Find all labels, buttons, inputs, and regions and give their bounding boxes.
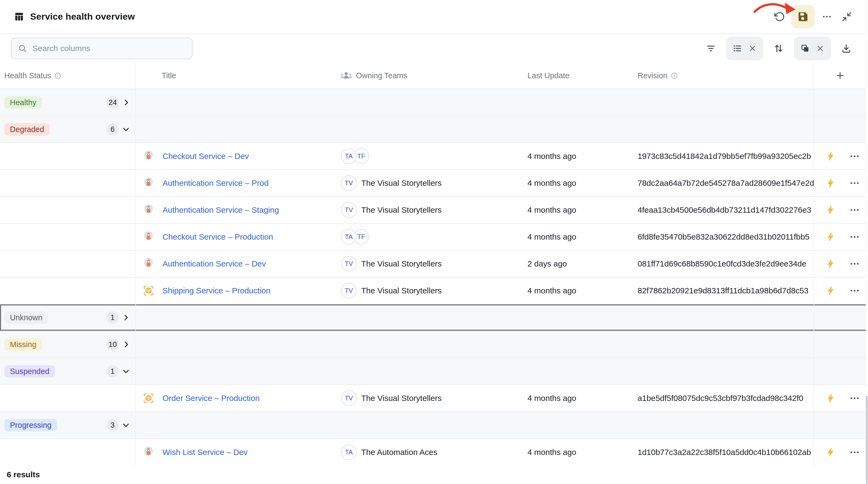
- octopus-mascot-icon: [142, 257, 155, 270]
- download-button[interactable]: [841, 43, 851, 54]
- team-name: The Visual Storytellers: [361, 205, 442, 215]
- service-row[interactable]: Shipping Service – Production TV The Vis…: [0, 278, 868, 304]
- lightning-bolt-icon[interactable]: [826, 232, 836, 242]
- row-menu-button[interactable]: [849, 204, 861, 216]
- lightning-bolt-icon[interactable]: [826, 393, 836, 403]
- info-icon[interactable]: [671, 72, 678, 79]
- lightning-bolt-icon[interactable]: [826, 151, 836, 161]
- minimize-icon: [841, 11, 852, 22]
- chevron-icon[interactable]: [122, 367, 130, 375]
- clear-view-mode-button[interactable]: [748, 44, 757, 53]
- service-row[interactable]: Checkout Service – Production TATF 4 mon…: [0, 224, 868, 251]
- team-name: The Automation Aces: [361, 448, 437, 457]
- lightning-bolt-icon[interactable]: [826, 286, 836, 296]
- row-menu-button[interactable]: [849, 258, 861, 270]
- column-header-title[interactable]: Title: [162, 71, 176, 80]
- arrows-up-down-icon: [773, 43, 784, 54]
- cube-scan-icon: [142, 284, 155, 297]
- service-row[interactable]: Wish List Service – Dev TA The Automatio…: [0, 439, 868, 466]
- filter-button[interactable]: [706, 43, 716, 54]
- row-menu-button[interactable]: [849, 231, 861, 243]
- service-link[interactable]: Checkout Service – Dev: [162, 152, 249, 161]
- group-row-degraded[interactable]: Degraded 6: [0, 116, 868, 143]
- more-options-button[interactable]: [819, 9, 835, 25]
- revision-hash: 1973c83c5d41842a1d79bb5ef7fb99a93205ec2b: [632, 143, 814, 169]
- chevron-icon[interactable]: [122, 314, 130, 321]
- status-badge: Degraded: [4, 123, 50, 136]
- search-input[interactable]: [32, 44, 186, 53]
- last-update: 4 months ago: [522, 385, 632, 411]
- last-update: 4 months ago: [522, 197, 632, 223]
- magnifier-icon: [18, 44, 27, 53]
- revision-hash: 82f7862b20921e9d8313ff11dcb1a98b6d7d8c53: [632, 278, 814, 304]
- group-row-unknown[interactable]: Unknown 1: [0, 304, 868, 331]
- service-link[interactable]: Wish List Service – Dev: [162, 448, 248, 457]
- search-box[interactable]: [11, 38, 192, 59]
- scrollbar-thumb[interactable]: [866, 396, 868, 484]
- service-row[interactable]: Checkout Service – Dev TATF 4 months ago…: [0, 143, 868, 170]
- column-header-revision[interactable]: Revision: [638, 71, 668, 80]
- table-header: Health Status Title Owning Teams Last Up…: [0, 62, 868, 89]
- status-badge: Missing: [4, 338, 42, 351]
- clear-group-by-button[interactable]: [816, 44, 825, 53]
- service-row[interactable]: Order Service – Production TV The Visual…: [0, 385, 868, 412]
- undo-button[interactable]: [771, 9, 787, 25]
- save-button[interactable]: [791, 5, 815, 29]
- revision-hash: 1d10b77c3a2a22c38f5f10a5dd0c4b10b66102ab: [632, 439, 814, 466]
- team-avatars: TV: [341, 202, 356, 218]
- chevron-icon[interactable]: [122, 98, 130, 107]
- stacked-squares-icon: [800, 44, 810, 53]
- column-header-health-status[interactable]: Health Status: [4, 71, 51, 80]
- service-row[interactable]: Authentication Service – Staging TV The …: [0, 197, 868, 224]
- team-avatar: TV: [341, 202, 356, 218]
- lightning-bolt-icon[interactable]: [826, 447, 836, 457]
- people-group-icon: [340, 71, 352, 80]
- status-badge: Progressing: [4, 419, 57, 431]
- add-column-button[interactable]: [814, 62, 866, 89]
- octopus-mascot-icon: [142, 446, 155, 459]
- team-avatar: TA: [341, 445, 356, 460]
- group-row-suspended[interactable]: Suspended 1: [0, 358, 868, 385]
- service-link[interactable]: Authentication Service – Dev: [162, 259, 266, 268]
- row-menu-button[interactable]: [849, 177, 861, 189]
- row-menu-button[interactable]: [849, 285, 861, 296]
- column-header-owning-teams[interactable]: Owning Teams: [356, 71, 407, 80]
- revision-hash: 4feaa13cb4500e56db4db73211d147fd302276e3: [632, 197, 814, 223]
- collapse-button[interactable]: [839, 9, 855, 25]
- group-row-healthy[interactable]: Healthy 24: [0, 89, 868, 116]
- service-link[interactable]: Checkout Service – Production: [162, 232, 273, 241]
- chevron-icon[interactable]: [122, 421, 130, 429]
- group-by-button[interactable]: [800, 44, 810, 53]
- group-row-progressing[interactable]: Progressing 3: [0, 412, 868, 439]
- service-link[interactable]: Authentication Service – Prod: [162, 178, 269, 188]
- row-menu-button[interactable]: [849, 392, 861, 404]
- row-menu-button[interactable]: [849, 446, 861, 458]
- table-controls: [0, 33, 868, 62]
- team-name: The Visual Storytellers: [361, 394, 442, 403]
- column-header-last-update[interactable]: Last Update: [527, 71, 569, 80]
- lightning-bolt-icon[interactable]: [826, 178, 836, 188]
- plus-icon: [835, 71, 845, 80]
- service-link[interactable]: Authentication Service – Staging: [162, 205, 279, 215]
- sort-button[interactable]: [773, 43, 784, 54]
- service-row[interactable]: Authentication Service – Prod TV The Vis…: [0, 170, 868, 197]
- lightning-bolt-icon[interactable]: [826, 205, 836, 215]
- team-avatar: TV: [341, 283, 356, 298]
- chevron-icon[interactable]: [122, 125, 130, 133]
- service-link[interactable]: Shipping Service – Production: [162, 286, 271, 295]
- chevron-icon[interactable]: [122, 340, 130, 348]
- page-title: Service health overview: [30, 11, 135, 22]
- list-view-button[interactable]: [733, 44, 742, 53]
- info-icon[interactable]: [54, 72, 62, 79]
- last-update: 4 months ago: [522, 224, 632, 250]
- view-mode-pill: [726, 36, 763, 60]
- group-row-missing[interactable]: Missing 10: [0, 331, 868, 358]
- service-row[interactable]: Authentication Service – Dev TV The Visu…: [0, 251, 868, 278]
- row-menu-button[interactable]: [849, 150, 861, 162]
- status-badge: Suspended: [4, 365, 55, 377]
- last-update: 4 months ago: [522, 170, 632, 196]
- service-link[interactable]: Order Service – Production: [162, 394, 260, 403]
- lightning-bolt-icon[interactable]: [826, 259, 836, 269]
- team-avatars: TA: [341, 445, 356, 460]
- team-name: The Visual Storytellers: [361, 286, 442, 295]
